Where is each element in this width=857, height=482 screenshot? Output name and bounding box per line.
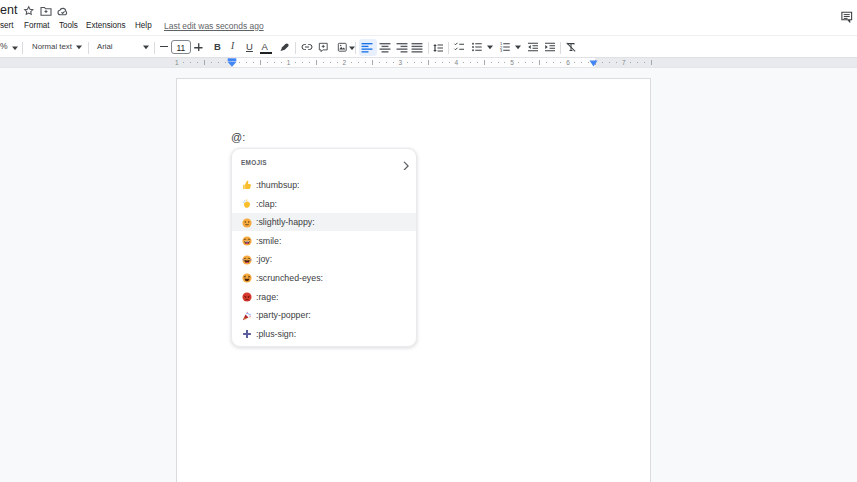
svg-text:3: 3	[500, 48, 503, 53]
